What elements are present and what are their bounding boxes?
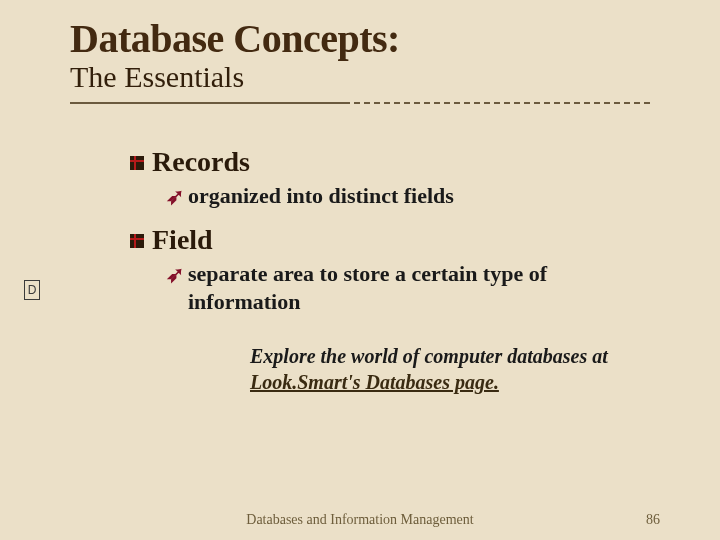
slide-title: Database Concepts: [70, 18, 650, 60]
sub-bullet-item: ➶ organized into distinct fields [130, 182, 650, 210]
bullet-icon [130, 156, 144, 170]
content-area: Records ➶ organized into distinct fields… [70, 146, 650, 395]
explore-link[interactable]: Look.Smart's Databases page. [250, 371, 499, 393]
sub-bullet-text: separate area to store a certain type of… [188, 260, 650, 315]
footer-text: Databases and Information Management [0, 511, 720, 529]
explore-prefix: Explore the world of computer databases … [250, 345, 608, 367]
title-underline [70, 102, 650, 104]
bullet-label: Records [152, 146, 250, 178]
explore-note: Explore the world of computer databases … [130, 343, 650, 395]
underline-solid [70, 102, 350, 104]
bullet-item: Records [130, 146, 650, 178]
sub-bullet-item: ➶ separate area to store a certain type … [130, 260, 650, 315]
bullet-item: Field [130, 224, 650, 256]
underline-dashed [354, 102, 650, 104]
arrow-icon: ➶ [166, 184, 184, 210]
arrow-icon: ➶ [166, 262, 184, 288]
bullet-label: Field [152, 224, 213, 256]
slide: Database Concepts: The Essentials Record… [0, 0, 720, 540]
bullet-icon [130, 234, 144, 248]
side-marker-icon: D [24, 280, 40, 300]
page-number: 86 [646, 512, 660, 528]
slide-subtitle: The Essentials [70, 60, 650, 100]
sub-bullet-text: organized into distinct fields [188, 182, 454, 210]
